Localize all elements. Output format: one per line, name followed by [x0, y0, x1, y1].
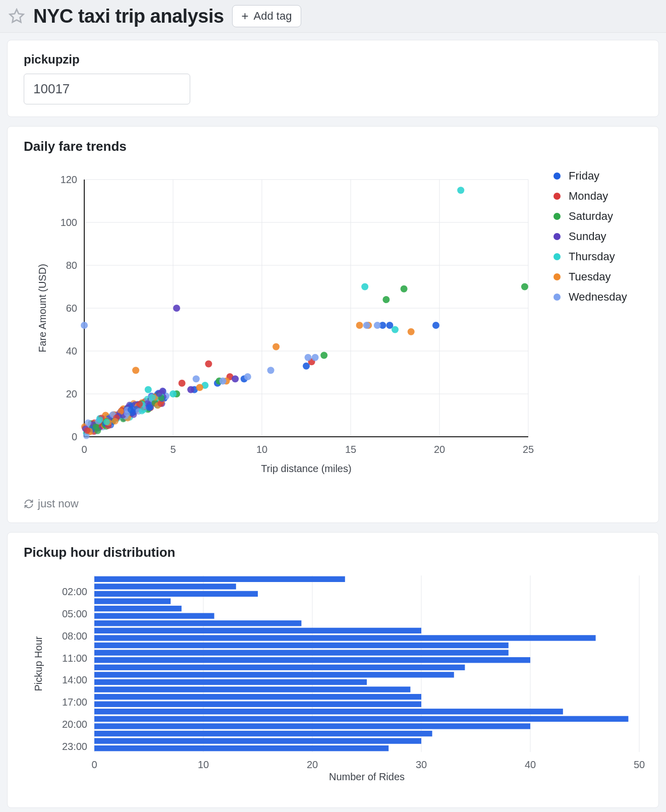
- svg-text:0: 0: [81, 444, 87, 455]
- svg-rect-324: [94, 731, 432, 736]
- legend-dot-icon: [553, 253, 561, 260]
- svg-text:11:00: 11:00: [62, 653, 87, 664]
- add-tag-button[interactable]: + Add tag: [232, 5, 302, 27]
- svg-point-98: [244, 373, 251, 380]
- svg-text:Number of Rides: Number of Rides: [329, 771, 405, 782]
- svg-point-48: [179, 380, 186, 387]
- svg-text:Pickup Hour: Pickup Hour: [33, 636, 44, 691]
- svg-point-85: [272, 343, 280, 351]
- legend-item[interactable]: Monday: [553, 190, 627, 203]
- legend-dot-icon: [553, 233, 561, 240]
- svg-text:23:00: 23:00: [62, 741, 87, 752]
- svg-text:30: 30: [416, 759, 427, 770]
- svg-point-270: [112, 418, 119, 425]
- svg-rect-318: [94, 702, 421, 707]
- svg-rect-314: [94, 679, 367, 685]
- svg-point-269: [96, 417, 103, 423]
- filter-card: pickupzip: [7, 40, 659, 117]
- svg-rect-306: [94, 635, 596, 641]
- scatter-legend: FridayMondaySaturdaySundayThursdayTuesda…: [538, 164, 627, 311]
- svg-point-101: [312, 354, 319, 361]
- svg-text:20:00: 20:00: [62, 719, 87, 730]
- svg-point-100: [305, 354, 312, 361]
- scatter-card: Daily fare trends 0510152025020406080100…: [7, 126, 659, 523]
- svg-point-81: [132, 367, 139, 374]
- svg-text:100: 100: [61, 217, 77, 228]
- svg-point-61: [521, 283, 528, 291]
- bar-title: Pickup hour distribution: [24, 545, 642, 560]
- svg-text:10: 10: [198, 759, 209, 770]
- svg-text:10: 10: [256, 444, 267, 455]
- svg-rect-297: [94, 584, 236, 589]
- svg-point-103: [374, 322, 381, 329]
- svg-point-66: [173, 305, 180, 312]
- legend-item[interactable]: Wednesday: [553, 291, 627, 304]
- svg-marker-0: [10, 10, 24, 22]
- svg-point-279: [128, 407, 134, 413]
- legend-item[interactable]: Saturday: [553, 210, 627, 223]
- legend-dot-icon: [553, 273, 561, 280]
- svg-rect-309: [94, 650, 509, 655]
- svg-rect-302: [94, 613, 214, 619]
- svg-text:60: 60: [66, 303, 77, 314]
- svg-point-251: [147, 404, 153, 411]
- pickupzip-input[interactable]: [24, 74, 190, 104]
- svg-point-102: [363, 322, 370, 329]
- scatter-chart: 0510152025020406080100120Trip distance (…: [24, 164, 538, 487]
- legend-label: Wednesday: [569, 291, 627, 304]
- legend-item[interactable]: Tuesday: [553, 270, 627, 283]
- legend-item[interactable]: Thursday: [553, 250, 627, 263]
- legend-item[interactable]: Sunday: [553, 230, 627, 243]
- svg-text:Trip distance (miles): Trip distance (miles): [261, 463, 351, 474]
- svg-rect-322: [94, 723, 530, 729]
- svg-point-58: [320, 352, 327, 359]
- svg-rect-296: [94, 576, 345, 582]
- svg-text:40: 40: [66, 345, 77, 357]
- svg-point-97: [219, 378, 227, 385]
- svg-text:08:00: 08:00: [62, 630, 87, 642]
- svg-text:40: 40: [525, 759, 536, 770]
- refresh-label: just now: [38, 497, 79, 510]
- svg-text:5: 5: [170, 444, 176, 455]
- scatter-title: Daily fare trends: [24, 139, 642, 154]
- svg-text:20: 20: [66, 388, 77, 399]
- svg-point-271: [85, 420, 91, 426]
- svg-text:05:00: 05:00: [62, 608, 87, 619]
- svg-rect-305: [94, 628, 421, 633]
- svg-text:25: 25: [523, 444, 534, 455]
- field-label-pickupzip: pickupzip: [24, 52, 642, 67]
- svg-rect-320: [94, 709, 563, 714]
- star-icon[interactable]: [8, 8, 25, 25]
- page-title: NYC taxi trip analysis: [33, 6, 224, 27]
- svg-point-59: [382, 296, 390, 303]
- svg-point-77: [457, 187, 464, 194]
- svg-rect-304: [94, 620, 301, 626]
- svg-point-276: [139, 408, 145, 414]
- add-tag-label: Add tag: [254, 10, 292, 23]
- svg-rect-321: [94, 716, 628, 722]
- svg-rect-316: [94, 686, 410, 692]
- svg-rect-312: [94, 665, 465, 670]
- svg-text:20: 20: [307, 759, 318, 770]
- refresh-status[interactable]: just now: [24, 497, 642, 510]
- svg-point-72: [145, 386, 152, 393]
- svg-point-99: [267, 367, 274, 374]
- legend-label: Thursday: [569, 250, 615, 263]
- svg-point-281: [92, 424, 99, 430]
- svg-rect-310: [94, 657, 530, 663]
- svg-text:0: 0: [72, 431, 77, 442]
- svg-text:15: 15: [345, 444, 356, 455]
- svg-point-83: [196, 384, 203, 391]
- svg-text:80: 80: [66, 260, 77, 271]
- svg-point-273: [136, 401, 143, 408]
- svg-point-67: [187, 386, 194, 393]
- legend-item[interactable]: Friday: [553, 169, 627, 183]
- svg-rect-313: [94, 672, 454, 677]
- bar-card: Pickup hour distribution 0102030405002:0…: [7, 532, 659, 808]
- svg-point-280: [84, 427, 90, 434]
- svg-text:50: 50: [634, 759, 645, 770]
- svg-point-86: [356, 322, 363, 329]
- svg-text:20: 20: [434, 444, 445, 455]
- legend-label: Sunday: [569, 230, 606, 243]
- svg-text:02:00: 02:00: [62, 586, 87, 597]
